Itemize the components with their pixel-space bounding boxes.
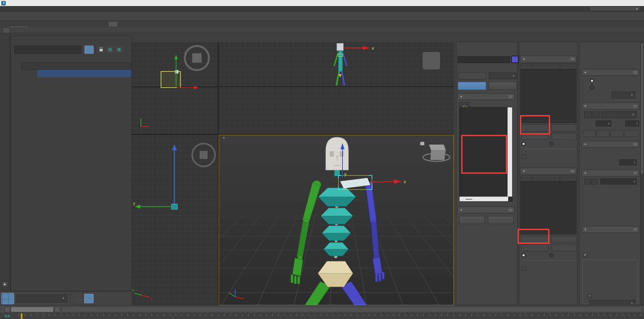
panel-scrollbar[interactable] [640, 42, 643, 305]
explorer-name-dropdown[interactable]: ▼ [17, 295, 67, 303]
axis-order-dropdown[interactable]: ▼ [612, 92, 635, 98]
position-weight-radio[interactable] [521, 142, 528, 146]
position-paste-button[interactable] [551, 133, 576, 140]
viewport-front[interactable]: x [219, 42, 454, 134]
sub-object-button[interactable] [458, 72, 486, 79]
normalize-weights-checkbox[interactable] [522, 154, 528, 159]
twist-poses-rollout[interactable]: ▼ [582, 103, 639, 109]
twist-default-button[interactable] [624, 130, 638, 137]
twist-delete-button[interactable] [610, 130, 623, 137]
workbench-button[interactable] [488, 216, 514, 224]
twist-add-button[interactable] [583, 130, 596, 137]
rotation-cut-button[interactable] [521, 244, 549, 251]
quat-euler-rollout[interactable]: ▼ [582, 69, 639, 76]
hierarchy-view-icon[interactable]: ⊟ [106, 46, 114, 53]
subtab-polygon-modeling[interactable] [3, 27, 10, 33]
selected-object-top-view [161, 71, 180, 88]
rotation-delete-button[interactable] [551, 236, 576, 243]
position-list-rollout[interactable]: ▼ [520, 56, 577, 62]
twist-prev-icon[interactable] [584, 111, 592, 118]
viewport-perspective-label[interactable]: ▼ [221, 136, 225, 140]
tree-horizontal-scrollbar[interactable] [460, 197, 508, 201]
rotation-paste-button[interactable] [551, 244, 576, 251]
time-slider-handle[interactable] [11, 307, 54, 312]
annotation-box-controller-tree [461, 135, 507, 174]
object-name-field[interactable] [458, 56, 510, 63]
keyframing-tools-rollout[interactable]: ▼ [582, 226, 639, 233]
mini-curve-editor-icon[interactable]: ∿≡ [4, 314, 10, 318]
key-next-icon[interactable] [591, 178, 598, 184]
object-color-swatch[interactable] [511, 56, 519, 63]
viewport-area: x y y x ▼ [131, 42, 454, 305]
time-slider-track[interactable] [61, 307, 642, 312]
viewport-left[interactable]: y y x [131, 135, 218, 305]
key-prev-icon[interactable] [584, 178, 591, 184]
biped-character[interactable]: x y [219, 135, 454, 305]
twist-pose-dropdown[interactable]: ▼ [601, 111, 637, 118]
euler-radio[interactable] [590, 85, 596, 90]
separate-fk-tracks-group [582, 260, 638, 304]
pose-blend-checkbox[interactable] [522, 266, 528, 271]
explorer-search-input[interactable] [14, 46, 81, 54]
expand-panel-button[interactable]: ▶ [2, 281, 8, 287]
biped-apps-rollout[interactable]: ▼ [458, 207, 515, 213]
explorer-column-header[interactable] [21, 62, 131, 70]
twist-next-icon[interactable] [592, 111, 599, 118]
prev-frame-button[interactable] [4, 307, 10, 312]
rotation-list-rollout[interactable]: ▼ [520, 168, 577, 174]
scene-explorer-footer: ▼ [0, 291, 131, 305]
key-info-rollout[interactable]: ▼ [582, 170, 639, 176]
viewport-quad-layout-icon[interactable] [1, 293, 14, 304]
next-frame-button[interactable] [54, 307, 60, 312]
object-name-bip001[interactable] [37, 70, 131, 77]
viewcube-front [423, 52, 440, 69]
per-view-filter-icon: ▼ [222, 136, 225, 140]
menu-bar: ▼ [0, 6, 644, 12]
bias-spinner[interactable]: ▲▼ [625, 120, 639, 126]
position-index-radio[interactable] [549, 142, 556, 146]
viewport-top[interactable] [131, 42, 218, 134]
key-frame-spinner[interactable]: ▲▼ [600, 178, 637, 184]
rotation-list-box[interactable] [520, 181, 577, 234]
biped-left-arm [291, 180, 321, 284]
show-all-trackview-checkbox[interactable] [583, 253, 589, 257]
filter-icon[interactable] [85, 46, 94, 54]
smooth-bias-spinner[interactable]: ▲▼ [619, 159, 637, 165]
schematic-explorer-icon[interactable] [84, 294, 94, 303]
track-bar-ruler[interactable]: ∿≡ [0, 313, 644, 319]
layers-icon[interactable] [74, 295, 82, 302]
workspace-dropdown[interactable]: ▼ [590, 6, 640, 11]
ribbon-options-icon[interactable] [109, 22, 117, 26]
scene-explorer-panel: ⊟ ⊞ [10, 36, 131, 291]
position-delete-button[interactable] [551, 124, 576, 131]
main-toolbar [0, 12, 644, 21]
twist-spinner[interactable]: ▲▼ [596, 120, 611, 126]
xtra-checkbox[interactable] [587, 294, 594, 298]
quaternion-radio[interactable] [590, 78, 596, 83]
tree-vertical-scrollbar[interactable] [507, 107, 512, 197]
app-icon: 3 [1, 1, 6, 5]
gizmo-x-label: x [404, 179, 406, 184]
rotation-weight-radio[interactable] [521, 253, 528, 258]
rotation-index-radio[interactable] [549, 253, 556, 258]
sub-object-dropdown[interactable]: ▼ [489, 72, 517, 79]
flat-view-icon[interactable]: ⊞ [115, 46, 123, 53]
gizmo-x-axis [371, 181, 397, 182]
parameters-button[interactable] [458, 82, 486, 90]
mini-biped-head [337, 43, 343, 51]
lock-explorer-icon[interactable] [97, 46, 105, 53]
bend-links-rollout[interactable]: ▼ [582, 141, 639, 148]
assign-controller-rollout[interactable]: ▼ [458, 93, 515, 100]
rotation-list-col-weight [560, 176, 576, 181]
twist-set-button[interactable] [597, 130, 609, 137]
position-list-col-list [532, 64, 560, 69]
mixer-button[interactable] [459, 216, 485, 224]
title-bar: 3 [0, 0, 644, 6]
current-frame-marker[interactable] [21, 313, 22, 319]
biped-params-panel: ▼ ▼ ▼ ▼ ▲▼ ▲▼ ▼ ▲▼ ▼ ▲▼ ▼ ▼ [579, 42, 643, 305]
viewport-perspective[interactable]: ▼ [219, 135, 454, 305]
motion-paths-button[interactable] [489, 82, 517, 90]
position-list-col-weight [560, 64, 576, 69]
rotation-list-col-list [532, 176, 560, 181]
table-row[interactable] [21, 70, 131, 77]
